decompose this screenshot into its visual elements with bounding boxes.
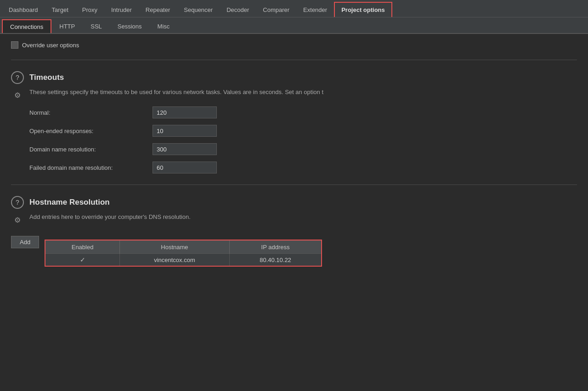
hostname-section: ? Hostname Resolution ⚙ Add entries here… [11, 196, 577, 267]
table-row[interactable]: ✓ vincentcox.com 80.40.10.22 [45, 254, 321, 266]
failed-dns-label: Failed domain name resolution: [29, 164, 149, 171]
tab-target[interactable]: Target [45, 2, 75, 17]
failed-dns-input[interactable] [153, 162, 217, 173]
tab-sessions[interactable]: Sessions [110, 19, 150, 33]
col-hostname: Hostname [120, 241, 230, 254]
hostname-help-icon[interactable]: ? [11, 196, 24, 209]
col-enabled: Enabled [45, 241, 119, 254]
tab-extender[interactable]: Extender [296, 2, 334, 17]
hostname-title: Hostname Resolution [29, 198, 110, 207]
tab-http[interactable]: HTTP [51, 19, 83, 33]
hostname-table-wrapper: Enabled Hostname IP address ✓ vincentcox… [45, 240, 322, 267]
tab-misc[interactable]: Misc [150, 19, 178, 33]
tab-ssl[interactable]: SSL [83, 19, 110, 33]
timeouts-title: Timeouts [29, 73, 64, 82]
checkmark-icon: ✓ [80, 256, 85, 263]
top-tab-bar: Dashboard Target Proxy Intruder Repeater… [0, 0, 588, 17]
hostname-header: ? Hostname Resolution [11, 196, 577, 209]
tab-sequencer[interactable]: Sequencer [177, 2, 220, 17]
override-checkbox[interactable] [11, 41, 18, 49]
timeouts-gear-icon: ⚙ [11, 89, 24, 101]
tab-comparer[interactable]: Comparer [256, 2, 296, 17]
dns-input[interactable] [153, 143, 217, 155]
add-hostname-button[interactable]: Add [11, 236, 39, 248]
hostname-gear-icon: ⚙ [11, 213, 24, 226]
open-ended-input[interactable] [153, 125, 217, 137]
hostname-table-area: Add Enabled Hostname IP address ✓ v [11, 236, 577, 267]
col-ip: IP address [229, 241, 321, 254]
divider-2 [11, 184, 577, 185]
tab-connections[interactable]: Connections [2, 19, 51, 33]
normal-label: Normal: [29, 109, 149, 116]
row-ip: 80.40.10.22 [229, 254, 321, 266]
timeouts-header: ? Timeouts [11, 71, 577, 84]
hostname-description: Add entries here to override your comput… [29, 213, 191, 220]
dns-label: Domain name resolution: [29, 146, 149, 153]
override-label: Override user options [22, 42, 79, 49]
tab-repeater[interactable]: Repeater [139, 2, 177, 17]
tab-proxy[interactable]: Proxy [75, 2, 104, 17]
tab-dashboard[interactable]: Dashboard [2, 2, 45, 17]
row-hostname: vincentcox.com [120, 254, 230, 266]
open-ended-label: Open-ended responses: [29, 128, 149, 134]
divider-1 [11, 60, 577, 60]
open-ended-row: Open-ended responses: [29, 125, 577, 137]
main-content: Override user options ? Timeouts ⚙ These… [0, 34, 588, 391]
timeouts-fields: Normal: Open-ended responses: Domain nam… [29, 106, 577, 173]
dns-row: Domain name resolution: [29, 143, 577, 155]
override-row: Override user options [11, 41, 577, 49]
tab-project-options[interactable]: Project options [334, 2, 392, 17]
tab-decoder[interactable]: Decoder [220, 2, 256, 17]
timeouts-help-icon[interactable]: ? [11, 71, 24, 84]
failed-dns-row: Failed domain name resolution: [29, 162, 577, 173]
normal-row: Normal: [29, 106, 577, 118]
second-tab-bar: Connections HTTP SSL Sessions Misc [0, 17, 588, 34]
normal-input[interactable] [153, 106, 217, 118]
add-button-col: Add [11, 236, 45, 252]
tab-intruder[interactable]: Intruder [104, 2, 139, 17]
row-enabled: ✓ [45, 254, 119, 266]
hostname-table: Enabled Hostname IP address ✓ vincentcox… [45, 240, 321, 266]
timeouts-description: These settings specify the timeouts to b… [29, 89, 323, 95]
